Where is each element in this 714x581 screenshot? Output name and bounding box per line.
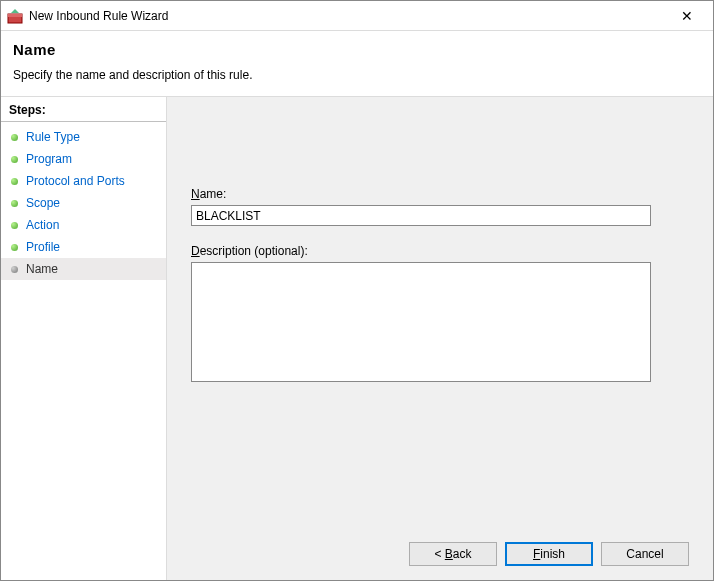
bullet-icon [11, 222, 18, 229]
bullet-icon [11, 134, 18, 141]
step-label: Scope [26, 196, 60, 210]
step-label: Action [26, 218, 59, 232]
step-label: Profile [26, 240, 60, 254]
titlebar: New Inbound Rule Wizard ✕ [1, 1, 713, 31]
bullet-icon [11, 244, 18, 251]
firewall-icon [7, 8, 23, 24]
step-profile[interactable]: Profile [1, 236, 166, 258]
step-label: Rule Type [26, 130, 80, 144]
back-button[interactable]: < Back [409, 542, 497, 566]
svg-rect-1 [8, 14, 22, 17]
step-action[interactable]: Action [1, 214, 166, 236]
close-button[interactable]: ✕ [667, 8, 707, 24]
step-label: Name [26, 262, 58, 276]
steps-heading: Steps: [1, 103, 166, 122]
step-rule-type[interactable]: Rule Type [1, 126, 166, 148]
bullet-icon [11, 266, 18, 273]
description-textarea[interactable] [191, 262, 651, 382]
description-label: Description (optional): [191, 244, 689, 258]
steps-sidebar: Steps: Rule Type Program Protocol and Po… [1, 97, 166, 581]
finish-button[interactable]: Finish [505, 542, 593, 566]
bullet-icon [11, 156, 18, 163]
window-title: New Inbound Rule Wizard [29, 9, 667, 23]
wizard-header: Name Specify the name and description of… [1, 31, 713, 97]
main-panel: Name: Description (optional): < Back Fin… [166, 97, 713, 581]
cancel-button[interactable]: Cancel [601, 542, 689, 566]
step-label: Program [26, 152, 72, 166]
step-protocol-ports[interactable]: Protocol and Ports [1, 170, 166, 192]
step-scope[interactable]: Scope [1, 192, 166, 214]
name-label: Name: [191, 187, 689, 201]
bullet-icon [11, 200, 18, 207]
name-input[interactable] [191, 205, 651, 226]
wizard-buttons: < Back Finish Cancel [409, 542, 689, 566]
step-program[interactable]: Program [1, 148, 166, 170]
page-title: Name [13, 41, 701, 58]
step-label: Protocol and Ports [26, 174, 125, 188]
page-subtitle: Specify the name and description of this… [13, 68, 701, 82]
step-name[interactable]: Name [1, 258, 166, 280]
bullet-icon [11, 178, 18, 185]
